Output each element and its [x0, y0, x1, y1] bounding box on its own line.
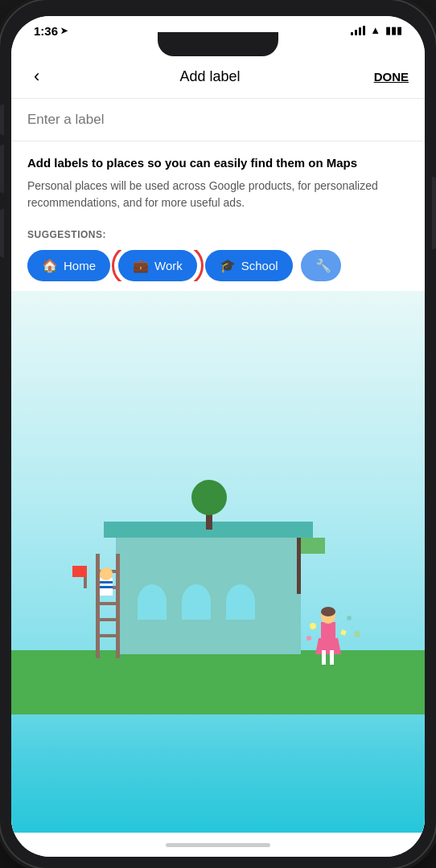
chip-school-label: School [241, 259, 278, 272]
gym-icon: 🔧 [315, 258, 331, 273]
content-area: Add labels to places so you can easily f… [11, 99, 425, 833]
suggestions-label: SUGGESTIONS: [27, 229, 409, 240]
signal-bar-3 [359, 27, 361, 35]
chip-gym[interactable]: 🔧 [301, 250, 341, 281]
ladder-right-rail [116, 554, 120, 658]
ladder-rung-5 [96, 634, 120, 637]
chip-work-label: Work [154, 259, 183, 272]
home-icon: 🏠 [42, 258, 58, 273]
done-button[interactable]: DONE [374, 70, 409, 84]
window-3-base [226, 602, 255, 620]
suggestions-chips: 🏠 Home 💼 Work 🎓 School [27, 250, 409, 281]
phone-screen: 1:36 ➤ ▲ ▮▮▮ ‹ Add label DONE [11, 16, 425, 857]
description-section: Add labels to places so you can easily f… [11, 141, 425, 218]
work-icon: 💼 [133, 258, 149, 273]
confetti-1 [310, 623, 316, 629]
volume-down-button [0, 209, 4, 257]
volume-up-button [0, 145, 4, 193]
phone-frame: 1:36 ➤ ▲ ▮▮▮ ‹ Add label DONE [0, 0, 436, 868]
label-input-container [11, 99, 425, 141]
ground [11, 650, 425, 714]
description-body: Personal places will be used across Goog… [27, 178, 409, 211]
status-time: 1:36 ➤ [34, 24, 68, 38]
chip-home[interactable]: 🏠 Home [27, 250, 110, 281]
confetti-3 [306, 636, 311, 641]
signal-bar-4 [363, 26, 365, 35]
illustration-area [11, 291, 425, 833]
battery-icon: ▮▮▮ [385, 24, 402, 36]
time-display: 1:36 [34, 24, 58, 38]
chip-work[interactable]: 💼 Work [118, 250, 197, 281]
person1-stripe2 [100, 586, 113, 588]
ladder-left-rail [96, 554, 100, 658]
mute-switch [0, 104, 4, 135]
ladder-rung-3 [96, 602, 120, 605]
school-icon: 🎓 [220, 258, 236, 273]
right-flag [301, 538, 325, 554]
confetti-2 [347, 616, 352, 620]
home-bar [166, 843, 270, 847]
status-icons: ▲ ▮▮▮ [351, 24, 402, 36]
notch [158, 32, 278, 56]
wifi-icon: ▲ [370, 24, 380, 36]
window-2-base [182, 602, 211, 620]
signal-bar-1 [351, 32, 353, 35]
window-1-base [138, 602, 167, 620]
confetti-4 [354, 631, 360, 637]
suggestions-section: SUGGESTIONS: 🏠 Home 💼 Work [11, 218, 425, 291]
person2-hair [321, 607, 335, 616]
red-flag [72, 566, 87, 577]
person1-head [100, 567, 113, 580]
nav-bar: ‹ Add label DONE [11, 56, 425, 99]
tree-leaves [191, 480, 227, 515]
page-title: Add label [179, 68, 240, 85]
signal-bars-icon [351, 26, 365, 35]
chip-school[interactable]: 🎓 School [205, 250, 293, 281]
chip-home-label: Home [64, 259, 96, 272]
back-button[interactable]: ‹ [27, 63, 46, 90]
illustration-svg [11, 291, 425, 833]
right-flag-pole [297, 538, 301, 594]
label-input[interactable] [27, 112, 409, 128]
power-button [432, 177, 436, 249]
person1-stripe1 [100, 581, 113, 583]
description-title: Add labels to places so you can easily f… [27, 154, 409, 171]
person2-leg2 [330, 650, 334, 665]
location-arrow-icon: ➤ [60, 26, 68, 36]
confetti-5 [340, 629, 347, 636]
person2-leg1 [322, 650, 326, 665]
home-indicator [11, 833, 425, 857]
person2-skirt [315, 638, 341, 654]
ladder-rung-4 [96, 618, 120, 621]
signal-bar-2 [355, 30, 357, 35]
